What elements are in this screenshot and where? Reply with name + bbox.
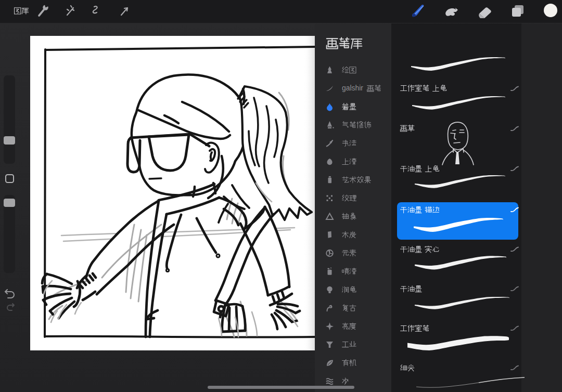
svg-text:galshir: galshir: [342, 84, 363, 92]
